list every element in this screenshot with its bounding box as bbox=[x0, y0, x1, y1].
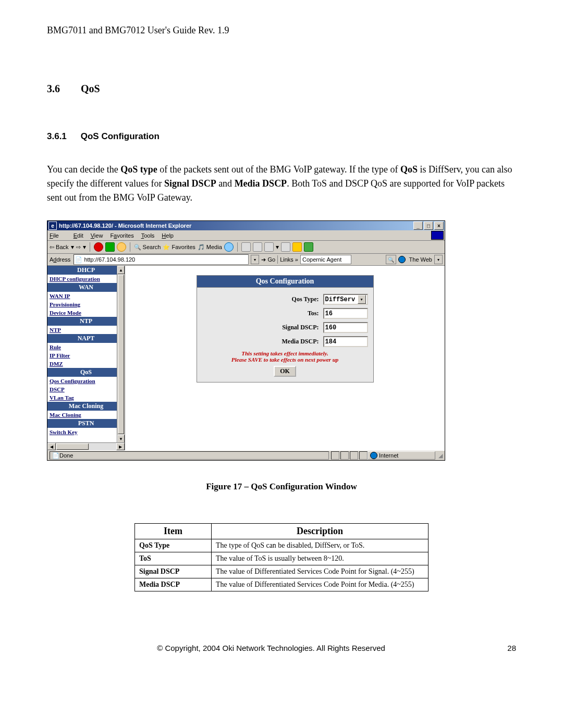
status-cell bbox=[350, 451, 358, 460]
address-input[interactable]: 📄 http://67.104.98.120 bbox=[74, 254, 249, 265]
research-icon[interactable] bbox=[292, 242, 302, 252]
menu-view[interactable]: View bbox=[91, 232, 103, 239]
sidebar-link-device-mode[interactable]: Device Mode bbox=[47, 309, 125, 317]
minimize-button[interactable]: _ bbox=[413, 221, 423, 230]
address-label: Address bbox=[50, 256, 70, 263]
window-title: http://67.104.98.120/ - Microsoft Intern… bbox=[59, 223, 412, 229]
qos-type-select[interactable]: DiffServ ▼ bbox=[323, 294, 368, 305]
chevron-down-icon[interactable]: ▼ bbox=[358, 295, 366, 304]
theweb-dropdown-icon[interactable]: ▾ bbox=[434, 255, 443, 264]
sidebar-link-rule[interactable]: Rule bbox=[47, 343, 125, 351]
table-row: QoS Type The type of QoS can be disabled… bbox=[135, 539, 429, 552]
mail-icon[interactable] bbox=[241, 242, 251, 252]
maximize-button[interactable]: □ bbox=[424, 221, 433, 230]
section-heading: 3.6 QoS bbox=[47, 83, 516, 95]
subsection-number: 3.6.1 bbox=[47, 131, 78, 142]
text: of the packets sent out of the BMG VoIP … bbox=[157, 164, 400, 175]
address-value: http://67.104.98.120 bbox=[84, 256, 135, 263]
horizontal-scrollbar[interactable]: ◀ ▶ bbox=[47, 442, 125, 450]
messenger-icon[interactable] bbox=[304, 242, 313, 252]
section-number: 3.6 bbox=[47, 83, 78, 95]
sidebar-link-provisioning[interactable]: Provisioning bbox=[47, 300, 125, 309]
main-content: Qos Configuration Qos Type: DiffServ ▼ T… bbox=[125, 266, 445, 450]
table-row: ToS The value of ToS is usually between … bbox=[135, 552, 429, 565]
home-icon[interactable] bbox=[117, 242, 126, 252]
text: You can decide the bbox=[47, 164, 120, 175]
text-bold: Media DSCP bbox=[235, 178, 287, 189]
menu-tools[interactable]: Tools bbox=[141, 232, 155, 239]
signal-dscp-input[interactable]: 160 bbox=[323, 322, 368, 333]
go-button[interactable]: ➔ Go bbox=[261, 256, 275, 263]
globe-icon bbox=[370, 452, 377, 459]
menu-help[interactable]: Help bbox=[162, 232, 174, 239]
refresh-icon[interactable] bbox=[105, 242, 115, 252]
sidebar-header-ntp: NTP bbox=[47, 317, 125, 326]
media-dscp-input[interactable]: 184 bbox=[323, 336, 368, 347]
tos-input[interactable]: 16 bbox=[323, 308, 368, 319]
favorites-button[interactable]: ⭐ Favorites bbox=[163, 244, 195, 251]
scroll-up-icon[interactable]: ▲ bbox=[117, 266, 125, 274]
separator bbox=[237, 242, 238, 252]
theweb-label[interactable]: The Web bbox=[409, 256, 432, 263]
links-label[interactable]: Links » bbox=[280, 256, 298, 263]
addressbar: Address 📄 http://67.104.98.120 ▾ ➔ Go Li… bbox=[47, 254, 445, 266]
scroll-thumb[interactable] bbox=[118, 275, 124, 434]
menubar: File Edit View Favorites Tools Help bbox=[47, 230, 445, 241]
status-cell bbox=[359, 451, 368, 460]
table-desc: The type of QoS can be disabled, DiffSer… bbox=[212, 539, 429, 552]
table-header-description: Description bbox=[212, 524, 429, 539]
page-icon: 📄 bbox=[75, 256, 82, 263]
scroll-right-icon[interactable]: ▶ bbox=[116, 443, 125, 450]
scroll-left-icon[interactable]: ◀ bbox=[47, 443, 56, 450]
sidebar-link-ip-filter[interactable]: IP Filter bbox=[47, 351, 125, 360]
sidebar-link-dscp[interactable]: DSCP bbox=[47, 385, 125, 393]
history-icon[interactable] bbox=[224, 242, 234, 252]
sidebar-link-dmz[interactable]: DMZ bbox=[47, 360, 125, 368]
resize-grip-icon[interactable]: ◢ bbox=[435, 452, 443, 459]
table-item: Signal DSCP bbox=[135, 565, 212, 578]
word-icon[interactable] bbox=[264, 242, 274, 252]
sidebar-link-vlan-tag[interactable]: VLan Tag bbox=[47, 393, 125, 402]
address-dropdown-icon[interactable]: ▾ bbox=[251, 255, 259, 264]
separator bbox=[90, 242, 90, 252]
vertical-scrollbar[interactable]: ▲ ▼ bbox=[117, 266, 125, 443]
figure-caption: Figure 17 – QoS Configuration Window bbox=[47, 482, 516, 492]
warning-line1: This setting takes effect immediately. bbox=[202, 350, 368, 356]
sidebar-link-mac-cloning[interactable]: Mac Cloning bbox=[47, 411, 125, 419]
forward-dropdown-icon[interactable]: ▾ bbox=[83, 243, 86, 251]
ok-button[interactable]: OK bbox=[274, 366, 296, 377]
sidebar-link-qos-config[interactable]: Qos Configuration bbox=[47, 377, 125, 385]
copernic-agent-input[interactable]: Copernic Agent bbox=[300, 255, 351, 264]
separator bbox=[130, 242, 130, 252]
warning-line2: Please SAVE to take effects on next powe… bbox=[202, 356, 368, 363]
scroll-down-icon[interactable]: ▼ bbox=[117, 435, 125, 443]
search-icon[interactable]: 🔍 bbox=[386, 255, 396, 264]
doc-header: BMG7011 and BMG7012 User's Guide Rev. 1.… bbox=[47, 25, 516, 36]
sidebar-header-wan: WAN bbox=[47, 283, 125, 292]
sidebar-header-napt: NAPT bbox=[47, 334, 125, 343]
sidebar-header-pstn: PSTN bbox=[47, 419, 125, 428]
sidebar-link-switch-key[interactable]: Switch Key bbox=[47, 428, 125, 436]
subsection-title: QoS Configuration bbox=[81, 131, 160, 141]
menu-favorites[interactable]: Favorites bbox=[110, 232, 133, 239]
sidebar-link-wan-ip[interactable]: WAN IP bbox=[47, 292, 125, 300]
table-item: Media DSCP bbox=[135, 578, 212, 591]
menu-file[interactable]: File bbox=[50, 232, 66, 239]
close-button[interactable]: × bbox=[434, 221, 444, 230]
media-button[interactable]: 🎵 Media bbox=[198, 244, 222, 251]
stop-icon[interactable] bbox=[94, 242, 103, 252]
print-icon[interactable] bbox=[253, 242, 262, 252]
qos-panel: Qos Configuration Qos Type: DiffServ ▼ T… bbox=[197, 275, 374, 450]
globe-icon bbox=[398, 256, 406, 263]
search-button[interactable]: 🔍 Search bbox=[134, 244, 161, 251]
back-button[interactable]: ⇦ Back bbox=[50, 244, 69, 251]
forward-button[interactable]: ⇨ bbox=[76, 244, 81, 251]
scroll-track[interactable] bbox=[89, 443, 116, 450]
discuss-icon[interactable] bbox=[281, 242, 290, 252]
back-dropdown-icon[interactable]: ▾ bbox=[71, 243, 74, 251]
sidebar-link-ntp[interactable]: NTP bbox=[47, 326, 125, 334]
word-dropdown-icon[interactable]: ▾ bbox=[276, 243, 279, 251]
menu-edit[interactable]: Edit bbox=[74, 232, 83, 239]
sidebar-link-dhcp-config[interactable]: DHCP configuration bbox=[47, 275, 125, 283]
scroll-thumb[interactable] bbox=[56, 443, 89, 450]
